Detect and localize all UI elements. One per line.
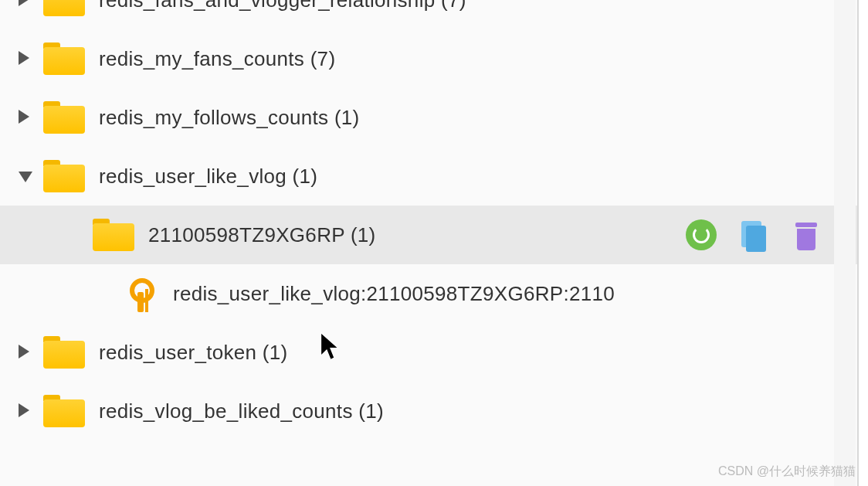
tree-item-key[interactable]: redis_user_like_vlog:21100598TZ9XG6RP:21… (0, 264, 868, 323)
tree-item-label: redis_my_fans_counts (7) (99, 47, 335, 71)
folder-icon (43, 101, 85, 134)
folder-icon (43, 336, 85, 369)
tree-item[interactable]: redis_fans_and_vlogger_relationship (7) (0, 0, 868, 29)
disclosure-collapsed-icon[interactable] (19, 0, 34, 8)
disclosure-collapsed-icon[interactable] (19, 345, 34, 360)
item-actions (686, 219, 822, 250)
disclosure-collapsed-icon[interactable] (19, 110, 34, 125)
disclosure-collapsed-icon[interactable] (19, 403, 34, 419)
tree-item-label: redis_vlog_be_liked_counts (1) (99, 399, 384, 423)
tree-item-label: redis_user_like_vlog (1) (99, 165, 317, 189)
tree-item-label: redis_user_like_vlog:21100598TZ9XG6RP:21… (173, 282, 615, 306)
folder-icon (93, 219, 134, 251)
copy-button[interactable] (738, 219, 769, 250)
panel-border (857, 0, 868, 486)
refresh-button[interactable] (686, 219, 717, 250)
tree-item-label: redis_my_follows_counts (1) (99, 106, 360, 130)
folder-icon (43, 42, 85, 75)
tree-item-label: redis_fans_and_vlogger_relationship (7) (99, 0, 466, 12)
scrollbar-track[interactable] (834, 0, 856, 486)
tree-container: redis_fans_and_vlogger_relationship (7) … (0, 0, 868, 486)
folder-icon (43, 160, 85, 192)
folder-icon (43, 395, 85, 427)
tree-item[interactable]: redis_my_follows_counts (1) (0, 88, 868, 147)
watermark: CSDN @什么时候养猫猫 (718, 464, 856, 480)
key-icon (124, 277, 158, 311)
tree-item-label: redis_user_token (1) (99, 341, 287, 365)
tree-item-label: 21100598TZ9XG6RP (1) (148, 223, 376, 247)
tree-item-selected[interactable]: 21100598TZ9XG6RP (1) (0, 206, 868, 264)
disclosure-collapsed-icon[interactable] (19, 51, 34, 66)
tree-item[interactable]: redis_vlog_be_liked_counts (1) (0, 382, 868, 440)
folder-icon (43, 0, 85, 16)
delete-button[interactable] (791, 219, 822, 250)
tree-item[interactable]: redis_user_token (1) (0, 323, 868, 382)
tree-item[interactable]: redis_user_like_vlog (1) (0, 147, 868, 206)
tree-item[interactable]: redis_my_fans_counts (7) (0, 29, 868, 88)
disclosure-expanded-icon[interactable] (19, 168, 34, 184)
